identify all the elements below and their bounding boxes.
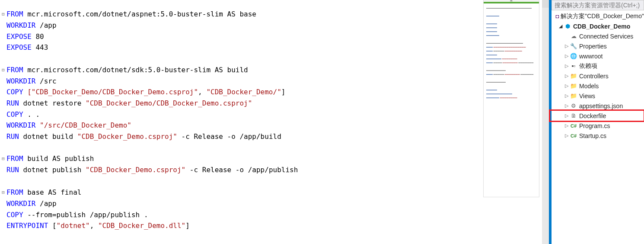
expander-icon[interactable]: ▷ [564,53,570,59]
expander-icon[interactable]: ▷ [564,123,570,128]
code-text: --from=publish /app/publish . [23,211,148,219]
tree-label: CDB_Docker_Demo [573,23,630,30]
expander-icon[interactable]: ▷ [564,93,570,99]
folder-icon: 📁 [570,92,577,100]
code-text: dotnet publish [19,166,86,174]
code-string: "CDB_Docker_Demo.csproj" [77,132,177,141]
tree-models-folder[interactable]: ▷ 📁 Models [552,81,644,91]
code-text: mcr.microsoft.com/dotnet/sdk:5.0-buster-… [23,66,248,74]
expander-icon[interactable]: ▷ [564,43,570,49]
vertical-scrollbar[interactable] [542,0,549,244]
code-text: -c Release -o /app/build [177,132,281,141]
solution-search-input[interactable]: 搜索解决方案资源管理器(Ctrl+;) [552,0,644,10]
dockerfile-keyword: COPY [6,88,23,96]
minimap[interactable]: ▲ ▬▬▬▬▬▬▬▬▬▬▬▬▬▬▬▬▬▬▬▬▬ ▬▬▬▬▬▬ ▬▬▬▬▬ ▬▬▬… [483,0,539,197]
code-text: /app [35,21,56,29]
wwwroot-icon: 🌐 [570,52,577,60]
csharp-file-icon: C# [570,132,577,140]
fold-toggle[interactable]: ⊟ [0,153,6,164]
dockerfile-keyword: EXPOSE [6,32,32,41]
tree-wwwroot[interactable]: ▷ 🌐 wwwroot [552,51,644,61]
dockerfile-keyword: RUN [6,99,19,107]
expander-icon[interactable]: ▷ [564,103,570,109]
dockerfile-keyword: ENTRYPOINT [6,222,48,230]
fold-toggle[interactable]: ⊟ [0,187,6,198]
tree-connected-services[interactable]: ☁ Connected Services [552,31,644,41]
dockerfile-keyword: RUN [6,132,19,141]
expander-icon[interactable]: ▷ [564,133,570,138]
code-string: ["CDB_Docker_Demo/CDB_Docker_Demo.csproj… [23,88,198,96]
code-string: "CDB_Docker_Demo/CDB_Docker_Demo.csproj" [86,99,252,107]
tree-solution-node[interactable]: ◘ 解决方案"CDB_Docker_Demo" [552,11,644,21]
expander-icon[interactable]: ▷ [564,113,570,119]
solution-explorer-panel: 搜索解决方案资源管理器(Ctrl+;) ◘ 解决方案"CDB_Docker_De… [552,0,644,244]
tree-label: 解决方案"CDB_Docker_Demo" [561,13,644,20]
properties-icon: 🔧 [570,42,577,50]
dockerfile-keyword: RUN [6,166,19,174]
expander-open-icon[interactable]: ◢ [558,23,564,29]
tree-dockerfile[interactable]: ▷ 🗎 Dockerfile [552,111,644,121]
tree-label: appsettings.json [579,103,623,109]
connected-services-icon: ☁ [570,32,577,40]
tree-views-folder[interactable]: ▷ 📁 Views [552,91,644,101]
tree-project-node[interactable]: ◢ ⬢ CDB_Docker_Demo [552,21,644,31]
dockerfile-keyword: FROM [6,188,23,196]
folder-icon: 📁 [570,82,577,90]
expander-icon[interactable]: ▷ [564,83,570,89]
code-text: mcr.microsoft.com/dotnet/aspnet:5.0-bust… [23,10,256,18]
code-text: build AS publish [23,154,94,163]
project-icon: ⬢ [564,22,571,30]
code-text: 80 [32,32,44,41]
code-string: "dotnet" [57,222,90,230]
tree-program-cs[interactable]: ▷ C# Program.cs [552,121,644,131]
tree-label: Controllers [579,73,609,80]
tree-label: Program.cs [579,122,610,129]
dockerfile-keyword: WORKDIR [6,77,35,85]
fold-toggle[interactable]: ⊟ [0,9,6,20]
dockerfile-keyword: EXPOSE [6,43,32,51]
file-icon: 🗎 [570,112,577,120]
code-text: -c Release -o /app/publish [185,166,298,174]
tree-startup-cs[interactable]: ▷ C# Startup.cs [552,131,644,141]
tree-label: wwwroot [579,53,603,60]
solution-icon: ◘ [555,13,559,20]
folder-icon: 📁 [570,72,577,80]
dockerfile-keyword: COPY [6,211,23,219]
tree-label: 依赖项 [579,62,597,70]
code-text: dotnet restore [19,99,86,107]
csharp-file-icon: C# [570,122,577,130]
tree-properties[interactable]: ▷ 🔧 Properties [552,41,644,51]
code-editor[interactable]: ⊟FROM mcr.microsoft.com/dotnet/aspnet:5.… [0,0,483,244]
code-text: 443 [32,43,48,51]
tree-appsettings-file[interactable]: ▷ ⚙ appsettings.json [552,101,644,111]
code-string: "CDB_Docker_Demo.dll" [98,222,185,230]
tree-label: Views [579,93,595,100]
code-text: [ [48,222,56,230]
code-text: , [198,88,206,96]
code-string: "CDB_Docker_Demo.csproj" [86,166,185,174]
tree-label: Connected Services [579,33,633,40]
code-string: "/src/CDB_Docker_Demo" [35,121,131,129]
code-text: . . [23,110,40,119]
dockerfile-keyword: WORKDIR [6,199,35,208]
dockerfile-keyword: FROM [6,10,23,18]
code-text: base AS final [23,188,82,196]
dependencies-icon: ▪▫ [570,62,577,70]
code-text: ] [281,88,286,96]
dockerfile-keyword: WORKDIR [6,21,35,29]
code-text: /src [35,77,56,85]
dockerfile-keyword: WORKDIR [6,121,35,129]
dockerfile-keyword: FROM [6,66,23,74]
tree-label: Startup.cs [579,132,606,139]
tree-controllers-folder[interactable]: ▷ 📁 Controllers [552,71,644,81]
tree-dependencies[interactable]: ▷ ▪▫ 依赖项 [552,61,644,71]
fold-toggle[interactable]: ⊟ [0,64,6,76]
code-text: dotnet build [19,132,77,141]
tree-label: Dockerfile [579,112,606,119]
solution-tree: ◘ 解决方案"CDB_Docker_Demo" ◢ ⬢ CDB_Docker_D… [552,10,644,244]
expander-icon[interactable]: ▷ [564,73,570,79]
json-file-icon: ⚙ [570,102,577,110]
tree-label: Properties [579,43,607,50]
code-text: /app [35,199,56,208]
expander-icon[interactable]: ▷ [564,63,570,69]
